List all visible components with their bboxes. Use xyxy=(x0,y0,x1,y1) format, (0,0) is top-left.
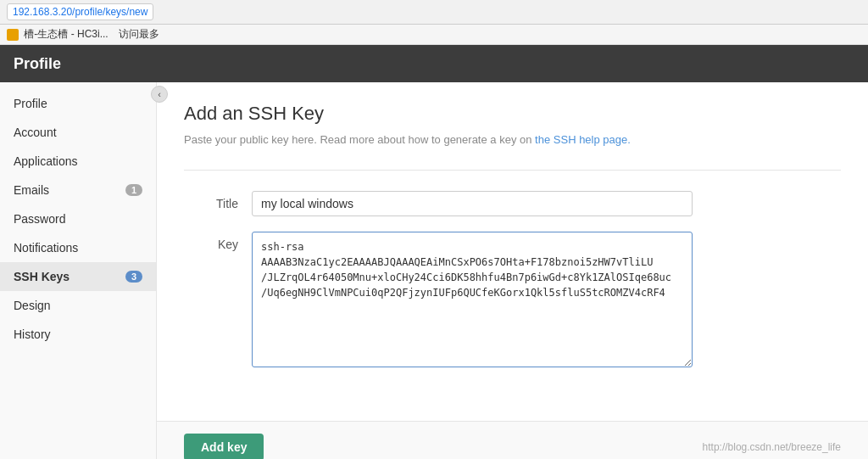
sidebar-item-account[interactable]: Account xyxy=(0,118,156,147)
layout: ‹ Profile Account Applications Emails xyxy=(0,82,868,459)
sidebar-link-profile[interactable]: Profile xyxy=(0,89,156,118)
title-row: Title xyxy=(184,191,841,216)
sidebar: ‹ Profile Account Applications Emails xyxy=(0,82,157,459)
page-subtitle: Paste your public key here. Read more ab… xyxy=(184,133,841,146)
sidebar-link-notifications[interactable]: Notifications xyxy=(0,233,156,262)
sidebar-link-applications[interactable]: Applications xyxy=(0,147,156,176)
sidebar-item-ssh-keys[interactable]: SSH Keys 3 xyxy=(0,262,156,291)
bookmark-label-2: 访问最多 xyxy=(119,28,159,40)
emails-badge: 1 xyxy=(125,184,142,196)
ssh-help-link[interactable]: the SSH help page. xyxy=(535,133,631,146)
footer-link: http://blog.csdn.net/breeze_life xyxy=(703,441,841,453)
sidebar-label-emails: Emails xyxy=(14,183,49,197)
sidebar-item-profile[interactable]: Profile xyxy=(0,89,156,118)
bookmark-1[interactable]: 槽-生态槽 - HC3i... xyxy=(7,27,108,42)
sidebar-label-applications: Applications xyxy=(14,154,78,168)
sidebar-item-history[interactable]: History xyxy=(0,320,156,349)
add-key-button[interactable]: Add key xyxy=(184,434,264,459)
title-label: Title xyxy=(184,191,252,210)
browser-bar: 192.168.3.20/profile/keys/new xyxy=(0,0,868,25)
sidebar-toggle[interactable]: ‹ xyxy=(151,86,168,103)
browser-url: 192.168.3.20/profile/keys/new xyxy=(7,3,153,20)
sidebar-item-password[interactable]: Password xyxy=(0,204,156,233)
form-divider xyxy=(184,170,841,171)
sidebar-link-password[interactable]: Password xyxy=(0,204,156,233)
key-row: Key xyxy=(184,232,841,367)
sidebar-label-notifications: Notifications xyxy=(14,241,78,255)
sidebar-item-applications[interactable]: Applications xyxy=(0,147,156,176)
ssh-keys-badge: 3 xyxy=(125,271,142,283)
sidebar-label-account: Account xyxy=(14,126,57,139)
sidebar-label-design: Design xyxy=(14,299,51,312)
sidebar-label-profile: Profile xyxy=(14,97,47,110)
bookmark-label-1: 槽-生态槽 - HC3i... xyxy=(24,28,108,40)
sidebar-label-ssh-keys: SSH Keys xyxy=(14,270,70,283)
sidebar-link-account[interactable]: Account xyxy=(0,118,156,147)
sidebar-link-ssh-keys[interactable]: SSH Keys 3 xyxy=(0,262,156,291)
key-label: Key xyxy=(184,232,252,251)
sidebar-label-history: History xyxy=(14,327,51,341)
key-textarea[interactable] xyxy=(252,232,693,367)
sidebar-nav: Profile Account Applications Emails 1 xyxy=(0,89,156,349)
bookmarks-bar: 槽-生态槽 - HC3i... 访问最多 xyxy=(0,25,868,45)
sidebar-label-password: Password xyxy=(14,212,65,226)
main-content: Add an SSH Key Paste your public key her… xyxy=(157,82,868,421)
top-nav-title: Profile xyxy=(14,55,61,73)
page-title: Add an SSH Key xyxy=(184,103,841,125)
sidebar-item-notifications[interactable]: Notifications xyxy=(0,233,156,262)
top-nav: Profile xyxy=(0,45,868,82)
footer-area: Add key http://blog.csdn.net/breeze_life xyxy=(157,421,868,459)
sidebar-link-design[interactable]: Design xyxy=(0,291,156,320)
subtitle-text: Paste your public key here. Read more ab… xyxy=(184,133,531,146)
sidebar-item-emails[interactable]: Emails 1 xyxy=(0,176,156,204)
sidebar-link-emails[interactable]: Emails 1 xyxy=(0,176,156,204)
sidebar-item-design[interactable]: Design xyxy=(0,291,156,320)
content-wrapper: Add an SSH Key Paste your public key her… xyxy=(157,82,868,459)
bookmark-icon-1 xyxy=(7,29,19,41)
sidebar-link-history[interactable]: History xyxy=(0,320,156,349)
bookmark-2[interactable]: 访问最多 xyxy=(119,27,159,42)
title-input[interactable] xyxy=(252,191,693,216)
